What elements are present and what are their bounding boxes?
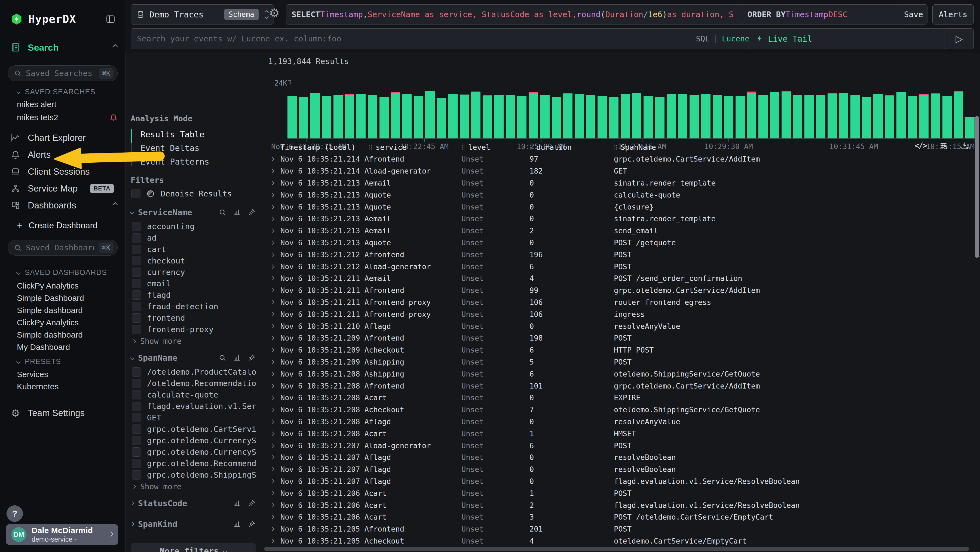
row-expand-chevron[interactable] [264,289,280,292]
table-row[interactable]: Nov 6 10:35:21.208 AM shipping Unset 6 o… [264,368,976,380]
histogram-bar[interactable] [632,90,641,139]
drag-handle-icon[interactable] [461,144,465,150]
sidebar-item-chart-explorer[interactable]: Chart Explorer [10,131,117,144]
checkbox[interactable] [132,402,141,411]
histogram-bar[interactable] [529,90,538,139]
histogram-bar[interactable] [931,90,940,139]
row-expand-chevron[interactable] [264,301,280,304]
table-row[interactable]: Nov 6 10:35:21.207 AM flagd Unset 0 reso… [264,463,976,475]
table-row[interactable]: Nov 6 10:35:21.209 AM checkout Unset 6 H… [264,344,976,356]
checkbox[interactable] [132,367,141,377]
column-header-level[interactable]: level [461,143,530,152]
row-expand-chevron[interactable] [264,206,280,209]
row-expand-chevron[interactable] [264,241,280,244]
row-expand-chevron[interactable] [264,182,280,185]
chevron-up-icon[interactable] [113,203,117,208]
checkbox[interactable] [132,233,141,242]
histogram-bar[interactable] [759,90,768,139]
histogram-bar[interactable] [288,90,297,139]
saved-dashboard-item[interactable]: Simple dashboard [17,329,118,341]
filter-option[interactable]: /oteldemo.Recommendatio… [130,378,256,389]
drag-handle-icon[interactable] [614,144,617,150]
table-row[interactable]: Nov 6 10:35:21.213 AM quote Unset 0 calc… [264,189,976,201]
histogram-bar[interactable] [873,90,883,139]
histogram-bar[interactable] [770,90,780,139]
histogram-bar[interactable] [299,90,308,139]
checkbox[interactable] [132,222,141,231]
row-expand-chevron[interactable] [264,277,280,280]
code-icon[interactable]: </> [915,141,927,150]
histogram-bar[interactable] [609,90,619,139]
row-expand-chevron[interactable] [264,456,280,459]
histogram-bar[interactable] [862,90,871,139]
histogram-bar[interactable] [908,90,917,139]
table-row[interactable]: Nov 6 10:35:21.213 AM email Unset 0 sina… [264,177,976,189]
sidebar-item-dashboards[interactable]: Dashboards [10,199,117,212]
row-expand-chevron[interactable] [264,432,280,435]
chevron-up-icon[interactable] [113,45,117,50]
histogram-bar[interactable] [965,90,975,139]
histogram-bar[interactable] [575,90,584,139]
checkbox[interactable] [132,290,141,300]
row-expand-chevron[interactable] [264,229,280,232]
table-row[interactable]: Nov 6 10:35:21.211 AM frontend-proxy Uns… [264,308,976,320]
filter-option[interactable]: grpc.oteldemo.CartServi… [130,423,256,435]
table-row[interactable]: Nov 6 10:35:21.211 AM frontend-proxy Uns… [264,297,976,308]
saved-dashboard-item[interactable]: My Dashboard [17,341,118,353]
histogram-bar[interactable] [816,90,825,139]
histogram-bar[interactable] [942,90,952,139]
histogram-bar[interactable] [690,90,699,139]
histogram-bar[interactable] [334,90,343,139]
histogram-bar[interactable] [356,90,366,139]
pin-icon[interactable] [248,520,256,528]
histogram-bar[interactable] [345,90,354,139]
filter-option[interactable]: checkout [130,255,256,266]
sidebar-item-service-map[interactable]: Service Map BETA [10,182,117,195]
histogram-bar[interactable] [598,90,607,139]
table-row[interactable]: Nov 6 10:35:21.212 AM frontend Unset 196… [264,249,976,260]
histogram-bar[interactable] [701,90,710,139]
schema-badge[interactable]: Schema [224,9,259,20]
histogram-bar[interactable] [896,90,906,139]
table-row[interactable]: Nov 6 10:35:21.209 AM frontend Unset 198… [264,332,976,344]
download-icon[interactable] [960,141,969,150]
histogram-bar[interactable] [827,90,837,139]
table-row[interactable]: Nov 6 10:35:21.208 AM cart Unset 0 EXPIR… [264,392,976,404]
histogram-bar[interactable] [620,90,630,139]
saved-searches-input[interactable]: Saved Searches ⌘K [8,65,118,81]
wrap-text-icon[interactable] [939,141,948,150]
saved-dashboard-item[interactable]: Simple dashboard [17,305,118,316]
search-icon[interactable] [219,354,226,362]
saved-dashboard-item[interactable]: ClickPy Analytics [17,280,118,292]
table-row[interactable]: Nov 6 10:35:21.205 AM frontend Unset 201… [264,523,976,535]
table-row[interactable]: Nov 6 10:35:21.211 AM email Unset 4 POST… [264,273,976,284]
source-select[interactable]: Demo Traces Schema [130,4,274,24]
histogram-bar[interactable] [471,90,480,139]
bars-icon[interactable] [233,520,241,528]
histogram-bar[interactable] [804,90,814,139]
pin-icon[interactable] [248,209,256,216]
sidebar-collapse-icon[interactable] [105,14,116,24]
filter-group-spanname[interactable]: SpanName [130,351,256,364]
filter-group-servicename[interactable]: ServiceName [130,206,256,219]
table-row[interactable]: Nov 6 10:35:21.209 AM shipping Unset 5 P… [264,356,976,368]
pin-icon[interactable] [248,354,256,362]
table-row[interactable]: Nov 6 10:35:21.208 AM checkout Unset 7 o… [264,404,976,416]
table-row[interactable]: Nov 6 10:35:21.213 AM quote Unset 0 {clo… [264,201,976,213]
drag-handle-icon[interactable] [369,144,372,150]
row-expand-chevron[interactable] [264,253,280,256]
row-expand-chevron[interactable] [264,480,280,483]
table-row[interactable]: Nov 6 10:35:21.214 AM frontend Unset 97 … [264,153,976,165]
row-expand-chevron[interactable] [264,420,280,423]
histogram-bar[interactable] [437,90,446,139]
histogram-bar[interactable] [678,90,687,139]
events-histogram[interactable]: 24K [278,79,975,151]
histogram-bar[interactable] [368,90,377,139]
table-row[interactable]: Nov 6 10:35:21.214 AM load-generator Uns… [264,165,976,177]
filter-option[interactable]: frontend [130,312,256,324]
filter-option[interactable]: /oteldemo.ProductCatalo… [130,366,256,378]
filter-option[interactable]: currency [130,266,256,278]
bars-icon[interactable] [233,499,241,507]
column-header-timestamp-local-[interactable]: Timestamp (Local) [280,143,369,152]
table-row[interactable]: Nov 6 10:35:21.210 AM flagd Unset 0 reso… [264,320,976,332]
